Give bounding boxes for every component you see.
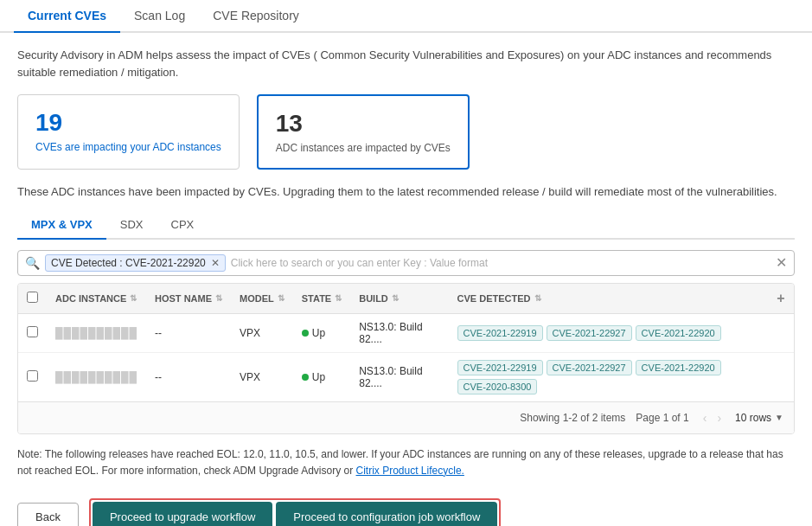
search-icon: 🔍 [25, 256, 40, 270]
stats-row: 19 CVEs are impacting your ADC instances… [17, 94, 795, 170]
prev-page-button[interactable]: ‹ [700, 409, 711, 427]
row2-cve-tag-1: CVE-2021-22919 [457, 360, 543, 375]
stat-instance-count: 13 [276, 110, 451, 138]
sort-cve-icon[interactable]: ⇅ [534, 293, 541, 303]
row2-adc-instance: ██████████ [47, 352, 146, 401]
row2-status-dot [302, 374, 309, 381]
table-row: ██████████ -- VPX Up NS13.0: Build 82...… [18, 313, 794, 352]
header-state: STATE ⇅ [293, 284, 350, 314]
row2-checkbox[interactable] [27, 370, 38, 382]
row2-host-name: -- [146, 352, 231, 401]
header-checkbox-col [18, 284, 47, 314]
row1-build: NS13.0: Build 82.... [350, 313, 448, 352]
table-body: ██████████ -- VPX Up NS13.0: Build 82...… [18, 313, 794, 401]
footer-note: Note: The following releases have reache… [17, 446, 795, 479]
row1-state: Up [293, 313, 350, 352]
search-placeholder-text: Click here to search or you can enter Ke… [231, 257, 770, 269]
header-add-col[interactable]: + [768, 284, 794, 314]
stat-instance-label: ADC instances are impacted by CVEs [276, 142, 451, 154]
row1-checkbox-cell [18, 313, 47, 352]
search-clear-icon[interactable]: ✕ [776, 254, 787, 271]
next-page-button[interactable]: › [713, 409, 725, 427]
stat-cve-label: CVEs are impacting your ADC instances [35, 141, 221, 153]
stat-cve-count: 19 [35, 109, 221, 137]
sort-state-icon[interactable]: ⇅ [335, 293, 342, 303]
rows-per-page-select[interactable]: 10 rows ▼ [735, 412, 783, 424]
header-build: BUILD ⇅ [350, 284, 448, 314]
search-tag-text: CVE Detected : CVE-2021-22920 [51, 257, 206, 269]
config-job-workflow-button[interactable]: Proceed to configuration job workflow [276, 502, 497, 526]
sub-tab-cpx[interactable]: CPX [157, 211, 208, 240]
pagination-bar: Showing 1-2 of 2 items Page 1 of 1 ‹ › 1… [18, 401, 794, 433]
header-host-name: HOST NAME ⇅ [146, 284, 231, 314]
row2-build: NS13.0: Build 82.... [350, 352, 448, 401]
header-cve-detected: CVE DETECTED ⇅ [449, 284, 768, 314]
stat-card-instances: 13 ADC instances are impacted by CVEs [257, 94, 470, 170]
page-nav: ‹ › [700, 409, 725, 427]
sort-model-icon[interactable]: ⇅ [278, 293, 285, 303]
select-all-checkbox[interactable] [27, 292, 38, 303]
row1-model: VPX [231, 313, 293, 352]
cve-table: ADC INSTANCE ⇅ HOST NAME ⇅ MODEL ⇅ [17, 283, 795, 434]
row1-adc-instance: ██████████ [47, 313, 146, 352]
row2-cve-tag-list: CVE-2021-22919 CVE-2021-22927 CVE-2021-2… [457, 360, 759, 394]
tab-cve-repository[interactable]: CVE Repository [199, 0, 313, 33]
search-tag-close-icon[interactable]: ✕ [211, 257, 220, 269]
table-row: ██████████ -- VPX Up NS13.0: Build 82...… [18, 352, 794, 401]
row1-cve-tag-1: CVE-2021-22919 [457, 325, 543, 341]
search-bar[interactable]: 🔍 CVE Detected : CVE-2021-22920 ✕ Click … [17, 250, 795, 276]
sub-tab-sdx[interactable]: SDX [106, 211, 157, 240]
row2-add-col [768, 352, 794, 401]
row1-cve-tag-list: CVE-2021-22919 CVE-2021-22927 CVE-2021-2… [457, 325, 759, 341]
row1-checkbox[interactable] [27, 326, 38, 337]
sub-tab-mpx-vpx[interactable]: MPX & VPX [17, 211, 106, 240]
sort-adc-icon[interactable]: ⇅ [130, 293, 137, 303]
main-content: Security Advisory in ADM helps assess th… [0, 33, 812, 526]
page-text: Page 1 of 1 [636, 412, 688, 424]
row1-host-name: -- [146, 313, 231, 352]
upgrade-workflow-button[interactable]: Proceed to upgrade workflow [93, 502, 272, 526]
row2-state: Up [293, 352, 350, 401]
row1-status-dot [302, 330, 309, 337]
row2-cve-tag-2: CVE-2021-22927 [547, 360, 632, 375]
footer-link[interactable]: Citrix Product Lifecycle. [356, 465, 464, 477]
stat-card-cves: 19 CVEs are impacting your ADC instances [17, 94, 240, 170]
header-model: MODEL ⇅ [231, 284, 293, 314]
table-header-row: ADC INSTANCE ⇅ HOST NAME ⇅ MODEL ⇅ [18, 284, 794, 314]
primary-button-group: Proceed to upgrade workflow Proceed to c… [89, 498, 501, 526]
sort-host-icon[interactable]: ⇅ [215, 293, 222, 303]
showing-text: Showing 1-2 of 2 items [520, 412, 625, 424]
row2-checkbox-cell [18, 352, 47, 401]
row2-cve-tags: CVE-2021-22919 CVE-2021-22927 CVE-2021-2… [449, 352, 768, 401]
rows-per-page-text: 10 rows [735, 412, 771, 424]
row1-add-col [768, 313, 794, 352]
main-tabs: Current CVEs Scan Log CVE Repository [0, 0, 812, 33]
sort-build-icon[interactable]: ⇅ [392, 293, 399, 303]
tab-current-cves[interactable]: Current CVEs [14, 0, 120, 33]
row2-model: VPX [231, 352, 293, 401]
row1-cve-tag-2: CVE-2021-22927 [547, 325, 632, 341]
description-text: Security Advisory in ADM helps assess th… [17, 47, 795, 80]
cve-data-table: ADC INSTANCE ⇅ HOST NAME ⇅ MODEL ⇅ [18, 284, 794, 401]
tab-scan-log[interactable]: Scan Log [120, 0, 199, 33]
action-buttons: Back Proceed to upgrade workflow Proceed… [17, 491, 795, 526]
row2-cve-tag-4: CVE-2020-8300 [457, 379, 538, 394]
back-button[interactable]: Back [17, 503, 79, 526]
header-adc-instance: ADC INSTANCE ⇅ [47, 284, 146, 314]
sub-tabs: MPX & VPX SDX CPX [17, 211, 795, 240]
search-tag: CVE Detected : CVE-2021-22920 ✕ [45, 254, 226, 272]
row1-cve-tag-3: CVE-2021-22920 [636, 325, 721, 341]
row2-cve-tag-3: CVE-2021-22920 [636, 360, 721, 375]
rows-chevron-icon: ▼ [775, 413, 783, 422]
row1-cve-tags: CVE-2021-22919 CVE-2021-22927 CVE-2021-2… [449, 313, 768, 352]
impact-text: These ADC instances have been impacted b… [17, 183, 795, 201]
